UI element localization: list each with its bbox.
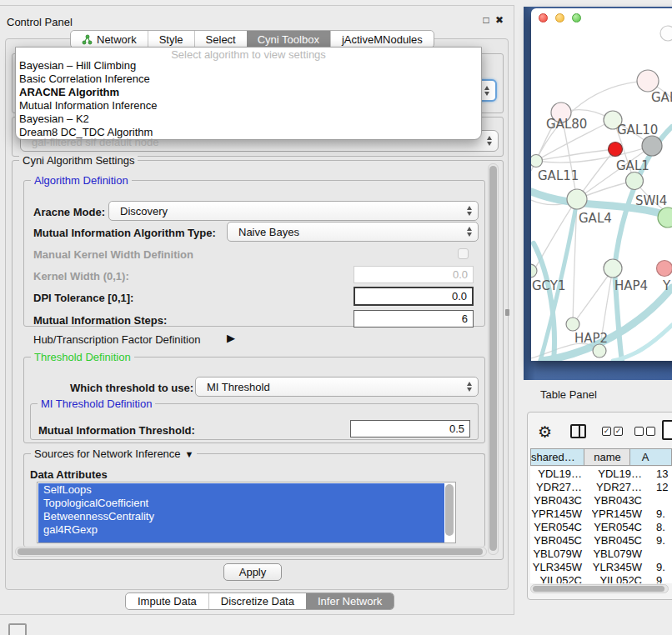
cyni-bottom-tabs: Impute Data Discretize Data Infer Networ…	[125, 592, 394, 610]
data-attributes-label: Data Attributes	[30, 468, 108, 481]
manual-kernel-checkbox[interactable]	[458, 248, 469, 259]
which-threshold-combo[interactable]: MI Threshold	[195, 377, 479, 397]
apply-button-label: Apply	[239, 566, 267, 578]
aracne-mode-combo[interactable]: Discovery	[108, 201, 479, 221]
table-row[interactable]: YDR27… YDR27… 12	[530, 480, 672, 493]
deselect-all-checkbox-icon[interactable]	[634, 427, 644, 436]
scrollbar-thumb[interactable]	[489, 166, 497, 551]
kernel-width-field[interactable]: 0.0	[354, 266, 474, 283]
mi-threshold-field[interactable]: 0.5	[350, 420, 470, 438]
cell-value: 9.	[652, 560, 672, 573]
network-canvas[interactable]: GAL GAL80 GAL10 GAL1 GAL11 SWI4 GAL4 GCY…	[531, 8, 672, 361]
sources-title: Sources for Network Inference	[34, 448, 181, 460]
table-row[interactable]: YIL052C YIL052C 9	[530, 573, 672, 583]
tab-cyni-toolbox[interactable]: Cyni Toolbox	[247, 31, 330, 48]
select-all-checkbox-icon[interactable]: ✓	[614, 427, 623, 436]
cell-name: YER054C	[592, 520, 652, 533]
table-row[interactable]: YER054C YER054C 8.	[530, 520, 672, 533]
tab-network[interactable]: Network	[71, 31, 148, 48]
column-header-name[interactable]: name	[584, 448, 630, 466]
tab-cyni-toolbox-label: Cyni Toolbox	[258, 33, 319, 46]
table-row[interactable]: YBL079W YBL079W	[530, 547, 672, 560]
threshold-definition-title: Threshold Definition	[31, 351, 134, 363]
list-scrollbar-thumb[interactable]	[445, 484, 454, 536]
sources-collapse-icon[interactable]: ▼	[185, 449, 194, 459]
panel-title: Control Panel	[7, 16, 73, 28]
cell-shared: YER054C	[530, 520, 592, 533]
list-item[interactable]: gal4RGexp	[38, 523, 444, 537]
node-gal1[interactable]	[626, 172, 644, 190]
table-horizontal-scrollbar[interactable]	[530, 584, 669, 593]
node-selected-red[interactable]	[609, 142, 623, 157]
cell-name: YPR145W	[592, 507, 652, 520]
network-thick-edges	[531, 127, 672, 361]
popup-item[interactable]: Basic Correlation Inference	[16, 72, 481, 86]
node-label: HAP4	[614, 278, 648, 293]
hub-expand-icon[interactable]: ▶	[227, 332, 235, 344]
node-label: GAL1	[616, 158, 649, 173]
tab-discretize-data[interactable]: Discretize Data	[208, 593, 306, 609]
stepper-arrows-icon	[484, 86, 489, 96]
column-header-third[interactable]: A	[630, 448, 672, 466]
list-selection: SelfLoops TopologicalCoefficient Between…	[38, 483, 444, 543]
node[interactable]	[531, 155, 543, 168]
settings-vertical-scrollbar[interactable]	[488, 163, 499, 555]
table-row[interactable]: YPR145W YPR145W 9.	[530, 507, 672, 520]
popup-item[interactable]: Bayesian – K2	[16, 112, 481, 126]
new-table-icon[interactable]	[662, 420, 672, 440]
data-attributes-list: SelfLoops TopologicalCoefficient Between…	[37, 482, 456, 543]
list-item[interactable]: BetweennessCentrality	[38, 510, 444, 523]
select-all-checkbox-icon[interactable]: ✓	[602, 427, 611, 436]
mi-type-value: Naive Bayes	[238, 226, 299, 238]
table-row[interactable]: YBR045C YBR045C 9.	[530, 533, 672, 547]
popup-item[interactable]: Mutual Information Inference	[16, 99, 481, 112]
deselect-all-checkbox-icon[interactable]	[646, 427, 655, 436]
node[interactable]	[660, 26, 672, 41]
gear-icon[interactable]: ⚙	[538, 424, 552, 440]
table-row[interactable]: YBR043C YBR043C	[530, 493, 672, 507]
node-label: HAP2	[574, 331, 608, 346]
tab-impute-data[interactable]: Impute Data	[126, 593, 208, 609]
cell-shared: YIL052C	[530, 573, 592, 583]
tab-jactivemnodules-label: jActiveMNodules	[342, 33, 423, 46]
table-header-row: shared… name A	[530, 448, 672, 466]
tab-discretize-data-label: Discretize Data	[221, 595, 294, 608]
node-hap4[interactable]	[604, 259, 622, 278]
node-salmon[interactable]	[657, 261, 672, 277]
panel-splitter-handle[interactable]	[505, 309, 509, 316]
cell-value: 13	[652, 467, 672, 480]
float-window-icon[interactable]: □	[480, 14, 492, 26]
dpi-tolerance-field[interactable]: 0.0	[354, 287, 474, 306]
list-item[interactable]: SelfLoops	[38, 483, 444, 497]
list-item[interactable]: TopologicalCoefficient	[38, 497, 444, 510]
cell-shared: YBR045C	[530, 533, 592, 547]
minimized-panel-icon[interactable]	[8, 623, 27, 635]
node[interactable]	[593, 344, 606, 358]
table-row[interactable]: YDL19… YDL19… 13	[530, 467, 672, 480]
table-row[interactable]: YLR345W YLR345W 9.	[530, 560, 672, 573]
popup-item-aracne[interactable]: ARACNE Algorithm	[16, 86, 481, 99]
node-gal4[interactable]	[567, 189, 587, 209]
column-layout-icon[interactable]	[570, 424, 586, 438]
apply-button[interactable]: Apply	[223, 563, 282, 581]
node-label: GAL	[651, 90, 672, 105]
cell-name: YDL19…	[592, 467, 652, 480]
node-label: GAL11	[538, 168, 579, 183]
tab-jactivemnodules[interactable]: jActiveMNodules	[330, 31, 434, 48]
node-hap2[interactable]	[566, 318, 579, 331]
settings-horizontal-scrollbar[interactable]	[15, 547, 487, 557]
node-gal[interactable]	[637, 70, 659, 92]
node-gray[interactable]	[642, 136, 662, 156]
tab-style[interactable]: Style	[148, 31, 194, 48]
mi-threshold-group-title: MI Threshold Definition	[38, 398, 155, 410]
mi-steps-field[interactable]: 6	[354, 310, 474, 328]
mi-type-combo[interactable]: Naive Bayes	[227, 222, 479, 242]
scrollbar-thumb[interactable]	[18, 548, 483, 555]
scrollbar-thumb[interactable]	[533, 586, 664, 592]
popup-item[interactable]: Bayesian – Hill Climbing	[16, 59, 481, 72]
column-header-shared[interactable]: shared…	[530, 448, 584, 466]
close-window-icon[interactable]: ✖	[494, 14, 505, 26]
tab-infer-network[interactable]: Infer Network	[306, 593, 394, 609]
tab-select[interactable]: Select	[194, 31, 247, 48]
cell-name: YBR043C	[592, 493, 652, 507]
